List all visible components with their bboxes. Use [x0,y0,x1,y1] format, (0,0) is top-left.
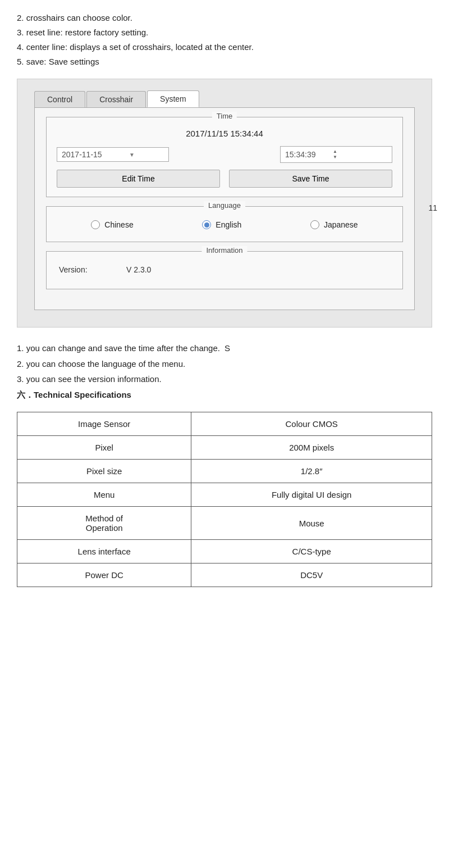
specs-row-3: MenuFully digital UI design [17,483,432,507]
radio-circle-japanese [310,220,319,229]
outro-line-3: 3. you can see the version information. [17,372,432,387]
tab-system[interactable]: System [147,90,199,107]
intro-text: 2. crosshairs can choose color. 3. reset… [17,11,432,69]
specs-label-6: Power DC [17,563,191,587]
intro-line-5: 5. save: Save settings [17,55,432,69]
language-section: Language Chinese English Japanese [46,206,403,242]
specs-label-1: Pixel [17,436,191,460]
specs-value-6: DC5V [191,563,432,587]
radio-japanese[interactable]: Japanese [310,220,358,229]
radio-circle-english [202,220,211,229]
time-input-wrapper: ▲ ▼ [280,146,392,163]
specs-value-2: 1/2.8″ [191,460,432,483]
date-dropdown-arrow[interactable]: ▼ [129,152,135,158]
radio-chinese[interactable]: Chinese [91,220,133,229]
outro-text: 1. you can change and save the time afte… [17,341,432,402]
tab-bar: Control Crosshair System [34,90,415,107]
specs-label-2: Pixel size [17,460,191,483]
tab-control[interactable]: Control [34,91,85,107]
specs-row-4: Method of OperationMouse [17,507,432,540]
time-section: Time 2017/11/15 15:34:44 ▼ ▲ ▼ Edit Time… [46,117,403,197]
version-value: V 2.3.0 [126,265,151,274]
specs-label-3: Menu [17,483,191,507]
edit-time-button[interactable]: Edit Time [57,170,220,188]
language-section-legend: Language [204,201,245,210]
outro-line-2: 2. you can choose the language of the me… [17,357,432,371]
version-row: Version: V 2.3.0 [57,260,392,280]
time-spin-down[interactable]: ▼ [332,154,338,160]
tech-specs-title: 六．Technical Specifications [17,388,432,402]
date-input[interactable] [62,150,129,159]
time-spin-up[interactable]: ▲ [332,149,338,154]
specs-value-4: Mouse [191,507,432,540]
time-inputs: ▼ ▲ ▼ [57,146,392,163]
specs-table: Image SensorColour CMOSPixel200M pixelsP… [17,412,432,587]
version-label: Version: [59,265,126,274]
specs-row-0: Image SensorColour CMOS [17,412,432,436]
time-display: 2017/11/15 15:34:44 [57,129,392,138]
intro-line-3: 3. reset line: restore factory setting. [17,26,432,39]
radio-english[interactable]: English [202,220,241,229]
time-spinners: ▲ ▼ [332,149,338,160]
specs-value-3: Fully digital UI design [191,483,432,507]
specs-row-2: Pixel size1/2.8″ [17,460,432,483]
radio-inner-english [204,222,209,228]
radio-label-chinese: Chinese [104,220,133,229]
outro-line-1: 1. you can change and save the time afte… [17,341,432,356]
specs-value-0: Colour CMOS [191,412,432,436]
specs-row-6: Power DCDC5V [17,563,432,587]
time-buttons: Edit Time Save Time [57,170,392,188]
specs-value-5: C/CS-type [191,540,432,563]
language-options: Chinese English Japanese [57,215,392,233]
specs-row-1: Pixel200M pixels [17,436,432,460]
time-input[interactable] [285,150,330,159]
specs-label-4: Method of Operation [17,507,191,540]
time-section-legend: Time [212,112,237,120]
intro-line-2: 2. crosshairs can choose color. [17,11,432,25]
radio-label-english: English [216,220,241,229]
information-section: Information Version: V 2.3.0 [46,251,403,289]
date-input-wrapper: ▼ [57,147,169,162]
information-section-legend: Information [201,246,247,255]
tab-content-system: Time 2017/11/15 15:34:44 ▼ ▲ ▼ Edit Time… [34,107,415,310]
save-time-button[interactable]: Save Time [229,170,392,188]
specs-row-5: Lens interfaceC/CS-type [17,540,432,563]
tab-crosshair[interactable]: Crosshair [86,91,146,107]
specs-label-5: Lens interface [17,540,191,563]
page-number: 11 [428,203,437,212]
radio-circle-chinese [91,220,100,229]
intro-line-4: 4. center line: displays a set of crossh… [17,40,432,54]
radio-label-japanese: Japanese [324,220,358,229]
specs-value-1: 200M pixels [191,436,432,460]
specs-label-0: Image Sensor [17,412,191,436]
ui-panel: 11 Control Crosshair System Time 2017/11… [17,79,432,328]
